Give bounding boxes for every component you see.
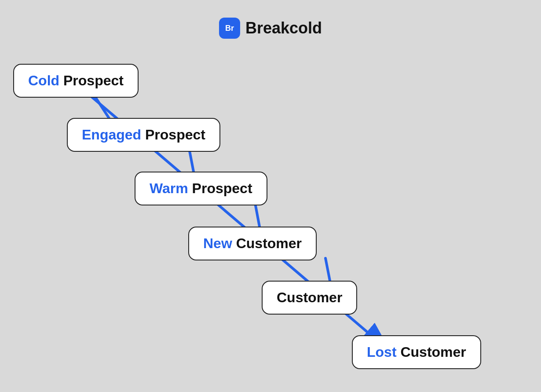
stage-cold-prospect-highlight: Cold xyxy=(28,73,59,88)
stage-new-customer: New Customer xyxy=(188,227,317,260)
svg-line-2 xyxy=(255,203,260,227)
brand-name: Breakcold xyxy=(245,19,322,37)
stage-warm-prospect-normal: Prospect xyxy=(188,180,252,196)
stage-customer: Customer xyxy=(262,281,357,315)
svg-line-3 xyxy=(325,258,330,281)
stage-engaged-prospect: Engaged Prospect xyxy=(67,118,220,152)
stage-engaged-prospect-normal: Prospect xyxy=(141,127,205,143)
stage-lost-customer: Lost Customer xyxy=(352,335,481,369)
brand-logo: Br xyxy=(219,18,240,39)
stage-customer-normal: Customer xyxy=(277,289,342,305)
stage-warm-prospect: Warm Prospect xyxy=(135,172,267,205)
stage-cold-prospect: Cold Prospect xyxy=(13,64,139,98)
flow-lines xyxy=(0,0,541,392)
stage-new-customer-normal: Customer xyxy=(232,235,302,251)
stage-engaged-prospect-highlight: Engaged xyxy=(82,127,141,143)
stage-lost-customer-highlight: Lost xyxy=(367,344,397,360)
stage-lost-customer-normal: Customer xyxy=(397,344,466,360)
stage-cold-prospect-normal: Prospect xyxy=(59,73,124,88)
svg-line-1 xyxy=(189,149,194,172)
stage-warm-prospect-highlight: Warm xyxy=(150,180,188,196)
stage-new-customer-highlight: New xyxy=(203,235,232,251)
header: Br Breakcold xyxy=(219,18,322,39)
